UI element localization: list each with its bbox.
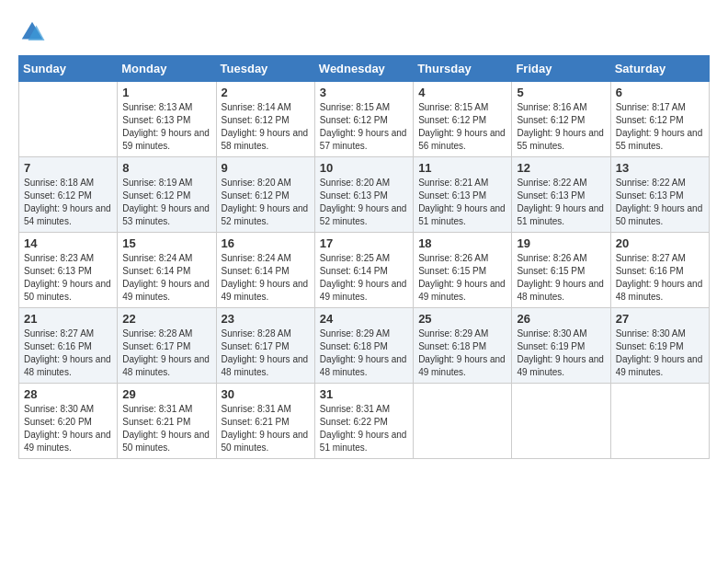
calendar-day-cell: 4Sunrise: 8:15 AMSunset: 6:12 PMDaylight… xyxy=(414,82,512,157)
calendar: SundayMondayTuesdayWednesdayThursdayFrid… xyxy=(18,55,710,459)
calendar-day-cell: 16Sunrise: 8:24 AMSunset: 6:14 PMDayligh… xyxy=(216,233,314,308)
day-info: Sunrise: 8:17 AMSunset: 6:12 PMDaylight:… xyxy=(616,101,704,153)
calendar-week-row: 7Sunrise: 8:18 AMSunset: 6:12 PMDaylight… xyxy=(19,157,710,233)
day-info: Sunrise: 8:24 AMSunset: 6:14 PMDaylight:… xyxy=(122,252,210,304)
day-info: Sunrise: 8:30 AMSunset: 6:19 PMDaylight:… xyxy=(616,327,704,379)
day-info: Sunrise: 8:27 AMSunset: 6:16 PMDaylight:… xyxy=(24,327,112,379)
day-info: Sunrise: 8:25 AMSunset: 6:14 PMDaylight:… xyxy=(320,252,408,304)
calendar-day-cell xyxy=(19,82,118,157)
day-info: Sunrise: 8:31 AMSunset: 6:21 PMDaylight:… xyxy=(122,403,210,454)
day-info: Sunrise: 8:14 AMSunset: 6:12 PMDaylight:… xyxy=(222,101,310,153)
calendar-day-cell: 13Sunrise: 8:22 AMSunset: 6:13 PMDayligh… xyxy=(610,157,709,233)
day-number: 22 xyxy=(122,312,210,326)
calendar-day-cell: 8Sunrise: 8:19 AMSunset: 6:12 PMDaylight… xyxy=(118,157,216,233)
day-info: Sunrise: 8:30 AMSunset: 6:20 PMDaylight:… xyxy=(24,403,112,454)
day-info: Sunrise: 8:20 AMSunset: 6:12 PMDaylight:… xyxy=(222,177,310,228)
calendar-week-row: 14Sunrise: 8:23 AMSunset: 6:13 PMDayligh… xyxy=(19,233,710,308)
day-info: Sunrise: 8:28 AMSunset: 6:17 PMDaylight:… xyxy=(122,327,210,379)
day-number: 30 xyxy=(222,387,310,401)
calendar-day-cell: 9Sunrise: 8:20 AMSunset: 6:12 PMDaylight… xyxy=(216,157,314,233)
day-info: Sunrise: 8:29 AMSunset: 6:18 PMDaylight:… xyxy=(320,327,408,379)
calendar-day-cell: 10Sunrise: 8:20 AMSunset: 6:13 PMDayligh… xyxy=(314,157,413,233)
day-number: 12 xyxy=(517,161,605,175)
calendar-day-cell: 5Sunrise: 8:16 AMSunset: 6:12 PMDaylight… xyxy=(512,82,610,157)
weekday-header-sunday: Sunday xyxy=(19,56,118,82)
calendar-day-cell: 6Sunrise: 8:17 AMSunset: 6:12 PMDaylight… xyxy=(610,82,709,157)
day-number: 31 xyxy=(320,387,408,401)
day-number: 19 xyxy=(517,236,605,250)
calendar-week-row: 28Sunrise: 8:30 AMSunset: 6:20 PMDayligh… xyxy=(19,384,710,459)
calendar-day-cell: 24Sunrise: 8:29 AMSunset: 6:18 PMDayligh… xyxy=(314,308,413,384)
weekday-header-tuesday: Tuesday xyxy=(216,56,314,82)
calendar-day-cell: 2Sunrise: 8:14 AMSunset: 6:12 PMDaylight… xyxy=(216,82,314,157)
calendar-day-cell: 18Sunrise: 8:26 AMSunset: 6:15 PMDayligh… xyxy=(414,233,512,308)
day-number: 26 xyxy=(517,312,605,326)
calendar-week-row: 21Sunrise: 8:27 AMSunset: 6:16 PMDayligh… xyxy=(19,308,710,384)
day-number: 2 xyxy=(222,86,310,99)
calendar-day-cell: 30Sunrise: 8:31 AMSunset: 6:21 PMDayligh… xyxy=(216,384,314,459)
day-info: Sunrise: 8:16 AMSunset: 6:12 PMDaylight:… xyxy=(517,101,605,153)
day-info: Sunrise: 8:18 AMSunset: 6:12 PMDaylight:… xyxy=(24,177,112,228)
day-number: 29 xyxy=(122,387,210,401)
day-number: 5 xyxy=(517,86,605,99)
header xyxy=(18,18,710,46)
day-info: Sunrise: 8:27 AMSunset: 6:16 PMDaylight:… xyxy=(616,252,704,304)
day-number: 28 xyxy=(24,387,112,401)
calendar-day-cell: 15Sunrise: 8:24 AMSunset: 6:14 PMDayligh… xyxy=(118,233,216,308)
day-info: Sunrise: 8:15 AMSunset: 6:12 PMDaylight:… xyxy=(418,101,506,153)
day-info: Sunrise: 8:26 AMSunset: 6:15 PMDaylight:… xyxy=(517,252,605,304)
calendar-day-cell: 22Sunrise: 8:28 AMSunset: 6:17 PMDayligh… xyxy=(118,308,216,384)
day-info: Sunrise: 8:26 AMSunset: 6:15 PMDaylight:… xyxy=(418,252,506,304)
day-number: 6 xyxy=(616,86,704,99)
calendar-day-cell: 31Sunrise: 8:31 AMSunset: 6:22 PMDayligh… xyxy=(314,384,413,459)
day-number: 8 xyxy=(122,161,210,175)
weekday-header-monday: Monday xyxy=(118,56,216,82)
day-info: Sunrise: 8:19 AMSunset: 6:12 PMDaylight:… xyxy=(122,177,210,228)
calendar-day-cell: 23Sunrise: 8:28 AMSunset: 6:17 PMDayligh… xyxy=(216,308,314,384)
day-info: Sunrise: 8:15 AMSunset: 6:12 PMDaylight:… xyxy=(320,101,408,153)
day-info: Sunrise: 8:29 AMSunset: 6:18 PMDaylight:… xyxy=(418,327,506,379)
logo-icon xyxy=(18,18,46,46)
weekday-header-row: SundayMondayTuesdayWednesdayThursdayFrid… xyxy=(19,56,710,82)
day-number: 1 xyxy=(122,86,210,99)
day-info: Sunrise: 8:28 AMSunset: 6:17 PMDaylight:… xyxy=(222,327,310,379)
day-number: 16 xyxy=(222,236,310,250)
calendar-day-cell: 12Sunrise: 8:22 AMSunset: 6:13 PMDayligh… xyxy=(512,157,610,233)
calendar-day-cell xyxy=(610,384,709,459)
weekday-header-saturday: Saturday xyxy=(610,56,709,82)
day-info: Sunrise: 8:21 AMSunset: 6:13 PMDaylight:… xyxy=(418,177,506,228)
calendar-day-cell: 7Sunrise: 8:18 AMSunset: 6:12 PMDaylight… xyxy=(19,157,118,233)
day-number: 21 xyxy=(24,312,112,326)
day-info: Sunrise: 8:22 AMSunset: 6:13 PMDaylight:… xyxy=(616,177,704,228)
calendar-day-cell: 17Sunrise: 8:25 AMSunset: 6:14 PMDayligh… xyxy=(314,233,413,308)
calendar-day-cell xyxy=(414,384,512,459)
day-info: Sunrise: 8:24 AMSunset: 6:14 PMDaylight:… xyxy=(222,252,310,304)
day-number: 25 xyxy=(418,312,506,326)
calendar-day-cell: 21Sunrise: 8:27 AMSunset: 6:16 PMDayligh… xyxy=(19,308,118,384)
day-number: 27 xyxy=(616,312,704,326)
day-number: 23 xyxy=(222,312,310,326)
weekday-header-thursday: Thursday xyxy=(414,56,512,82)
day-info: Sunrise: 8:22 AMSunset: 6:13 PMDaylight:… xyxy=(517,177,605,228)
day-number: 24 xyxy=(320,312,408,326)
day-number: 20 xyxy=(616,236,704,250)
calendar-day-cell xyxy=(512,384,610,459)
day-number: 10 xyxy=(320,161,408,175)
calendar-day-cell: 20Sunrise: 8:27 AMSunset: 6:16 PMDayligh… xyxy=(610,233,709,308)
calendar-day-cell: 25Sunrise: 8:29 AMSunset: 6:18 PMDayligh… xyxy=(414,308,512,384)
calendar-day-cell: 27Sunrise: 8:30 AMSunset: 6:19 PMDayligh… xyxy=(610,308,709,384)
calendar-day-cell: 3Sunrise: 8:15 AMSunset: 6:12 PMDaylight… xyxy=(314,82,413,157)
day-number: 17 xyxy=(320,236,408,250)
day-info: Sunrise: 8:30 AMSunset: 6:19 PMDaylight:… xyxy=(517,327,605,379)
calendar-day-cell: 19Sunrise: 8:26 AMSunset: 6:15 PMDayligh… xyxy=(512,233,610,308)
calendar-day-cell: 26Sunrise: 8:30 AMSunset: 6:19 PMDayligh… xyxy=(512,308,610,384)
day-number: 11 xyxy=(418,161,506,175)
day-number: 7 xyxy=(24,161,112,175)
day-number: 13 xyxy=(616,161,704,175)
calendar-week-row: 1Sunrise: 8:13 AMSunset: 6:13 PMDaylight… xyxy=(19,82,710,157)
weekday-header-friday: Friday xyxy=(512,56,610,82)
day-number: 18 xyxy=(418,236,506,250)
day-number: 15 xyxy=(122,236,210,250)
logo xyxy=(18,18,50,46)
day-number: 9 xyxy=(222,161,310,175)
